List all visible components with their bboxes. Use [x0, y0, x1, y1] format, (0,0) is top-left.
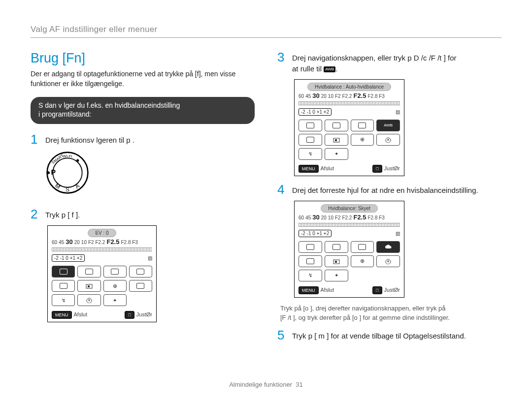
- quick-slot: [77, 266, 100, 278]
- divider: [31, 37, 501, 38]
- quick-slot: ↯: [52, 294, 75, 306]
- ev-row: -2 -1 0 +1 +2 ▧: [295, 229, 404, 238]
- step-text: Tryk p [ m ] for at vende tilbage til Op…: [292, 329, 466, 341]
- callout-line: i programtilstand:: [38, 110, 247, 119]
- quick-slot: [325, 255, 348, 267]
- step-text: Drej funktionsv lgeren til p .: [45, 133, 134, 146]
- right-column: 3 Drej navigationsknappen, eller tryk p …: [277, 51, 501, 346]
- quick-slot: [299, 134, 322, 146]
- quick-slot: [129, 280, 152, 292]
- callout-line: S dan v lger du f.eks. en hvidbalanceind…: [38, 101, 247, 110]
- page-footer: Almindelige funktioner 31: [0, 381, 532, 388]
- mode-dial-icon: Wi-Fi SMART ● P S A M: [45, 151, 90, 195]
- breadcrumb: Valg AF indstillinger eller menuer: [31, 25, 501, 34]
- menu-key-icon: MENU: [299, 165, 319, 173]
- lcd-footer: MENUAfslut □JustØr: [48, 309, 156, 322]
- lcd-status-badge: Hvidbalance : Auto-hvidbalance: [307, 83, 391, 91]
- adjust-key-icon: □: [372, 286, 382, 294]
- quick-slot: [52, 280, 75, 292]
- step-number: 1: [31, 133, 39, 146]
- footer-section-label: Almindelige funktioner: [229, 381, 292, 388]
- svg-point-9: [47, 172, 50, 174]
- step-row: 5 Tryk p [ m ] for at vende tilbage til …: [277, 329, 501, 341]
- svg-text:P: P: [51, 168, 56, 176]
- quick-slot: ✦: [325, 148, 348, 160]
- svg-text:S: S: [66, 186, 69, 192]
- quick-slot: ↯: [299, 148, 322, 160]
- cloudy-icon: [384, 244, 392, 250]
- quick-menu-grid: ⊕ ↯ ✦: [295, 238, 404, 284]
- adjust-key-icon: □: [125, 311, 134, 319]
- step-text: Drej navigationsknappen, eller tryk p D …: [292, 51, 457, 74]
- quick-slot: ✦: [103, 294, 127, 306]
- quick-slot: ↯: [299, 270, 322, 281]
- quick-slot: [325, 241, 348, 253]
- quick-slot: [351, 241, 374, 253]
- lcd-footer: MENUAfslut □JustØr: [295, 284, 404, 297]
- exposure-row: 60 45 30 20 10 F2 F2.2 F2.5 F2.8 F3: [299, 92, 400, 99]
- svg-rect-15: [335, 261, 337, 263]
- tick-bar: [52, 247, 152, 251]
- quick-slot: [77, 294, 100, 306]
- quick-slot: [351, 120, 374, 131]
- quick-slot: [325, 120, 348, 131]
- ev-row: -2 -1 0 +1 +2 ▧: [295, 107, 404, 117]
- camera-screen-illustration: EV : 0 60 45 30 20 10 F2 F2.2 F2.5 F2.8 …: [47, 225, 157, 322]
- quick-slot: [77, 280, 100, 292]
- lcd-status-badge: Hvidbalance: Skyet: [321, 204, 378, 213]
- menu-key-icon: MENU: [52, 311, 72, 319]
- quick-slot: ✦: [325, 270, 348, 281]
- quick-slot: [376, 255, 400, 267]
- iso-icon: ▧: [396, 231, 400, 236]
- page-title: Brug [Fn]: [31, 51, 255, 66]
- quick-slot: [299, 255, 322, 267]
- step-number: 4: [277, 183, 286, 196]
- quick-slot-selected: [376, 241, 400, 253]
- quick-menu-grid: ⊕ ↯ ✦: [48, 263, 156, 309]
- quick-slot: [52, 266, 75, 278]
- lcd-status-badge: EV : 0: [88, 229, 116, 237]
- menu-key-icon: MENU: [299, 286, 319, 294]
- step-row: 4 Drej det forreste hjul for at ndre en …: [277, 183, 501, 196]
- quick-slot: [103, 266, 127, 278]
- tick-bar: [299, 223, 400, 227]
- iso-icon: ▧: [148, 255, 152, 261]
- example-callout: S dan v lger du f.eks. en hvidbalanceind…: [31, 97, 255, 124]
- note-text: Tryk på [o ], drej derefter navigationsk…: [280, 304, 501, 323]
- exposure-row: 60 45 30 20 10 F2 F2.2 F2.5 F2.8 F3: [299, 214, 400, 221]
- ev-scale: -2 -1 0 +1 +2: [299, 108, 332, 116]
- quick-slot-selected: AWB: [376, 120, 400, 131]
- intro-text: Der er adgang til optagefunktionerne ved…: [31, 69, 255, 89]
- ev-scale: -2 -1 0 +1 +2: [52, 254, 85, 262]
- quick-slot: ⊕: [103, 280, 127, 292]
- svg-text:●: ●: [74, 156, 82, 164]
- camera-screen-illustration: Hvidbalance: Skyet 60 45 30 20 10 F2 F2.…: [294, 201, 404, 298]
- manual-page: Valg AF indstillinger eller menuer Brug …: [0, 0, 532, 401]
- quick-slot: [299, 241, 322, 253]
- quick-slot: [376, 134, 400, 146]
- step-text: Tryk p [ f ].: [45, 208, 80, 220]
- quick-slot: ⊕: [351, 134, 374, 146]
- ev-row: -2 -1 0 +1 +2 ▧: [48, 253, 156, 263]
- exposure-row: 60 45 30 20 10 F2 F2.2 F2.5 F2.8 F3: [52, 238, 152, 246]
- step-row: 1 Drej funktionsv lgeren til p .: [31, 133, 255, 146]
- mode-dial-illustration: Wi-Fi SMART ● P S A M: [45, 151, 255, 197]
- step-number: 5: [277, 329, 286, 341]
- awb-icon: AWB: [324, 66, 335, 72]
- ev-scale: -2 -1 0 +1 +2: [299, 230, 332, 237]
- page-number: 31: [296, 381, 302, 388]
- quick-slot: ⊕: [351, 255, 374, 267]
- tick-bar: [299, 101, 400, 105]
- lcd-footer: MENUAfslut □JustØr: [295, 163, 404, 176]
- adjust-key-icon: □: [372, 165, 382, 173]
- two-column-layout: Brug [Fn] Der er adgang til optagefunkti…: [31, 51, 501, 346]
- quick-slot: [129, 266, 152, 278]
- quick-slot: [325, 134, 348, 146]
- svg-rect-13: [335, 139, 337, 141]
- left-column: Brug [Fn] Der er adgang til optagefunkti…: [31, 51, 255, 346]
- step-row: 2 Tryk p [ f ].: [31, 208, 255, 220]
- svg-rect-11: [88, 285, 90, 287]
- quick-menu-grid: AWB ⊕ ↯ ✦: [295, 117, 404, 163]
- step-number: 2: [31, 208, 39, 220]
- step-row: 3 Drej navigationsknappen, eller tryk p …: [277, 51, 501, 74]
